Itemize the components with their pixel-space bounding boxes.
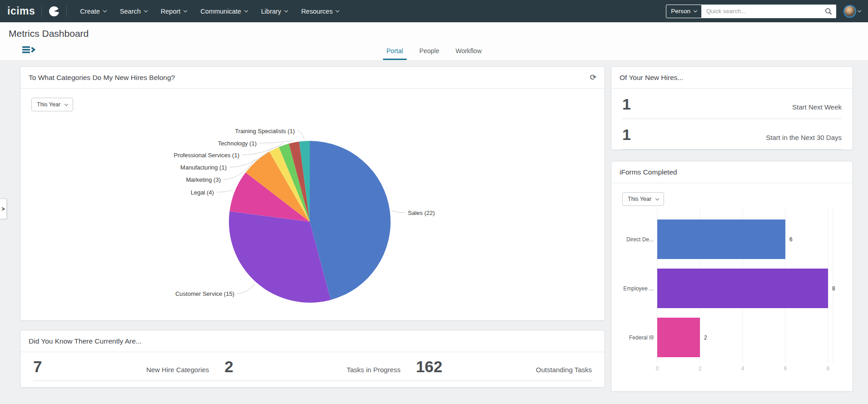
main-menu: Create Search Report Communicate Library… [73, 0, 346, 22]
stat-value: 1 [622, 127, 631, 142]
categories-panel: To What Categories Do My New Hires Belon… [20, 66, 605, 321]
bar-chart: 02468Direct De...6Employee ...8Federal I… [611, 183, 853, 391]
pie-label-legal: Legal (4) [191, 189, 214, 196]
pie-label-customer-service: Customer Service (15) [175, 290, 234, 297]
categories-period-value: This Year [37, 101, 60, 108]
chevron-down-icon [694, 8, 697, 12]
tab-people[interactable]: People [416, 47, 443, 60]
chevron-down-icon [336, 8, 339, 12]
pie-logo-icon[interactable] [48, 5, 60, 17]
did-you-know-panel: Did You Know There Currently Are... 7 Ne… [20, 330, 605, 388]
search-scope-label: Person [671, 8, 690, 15]
iforms-panel: iForms Completed This Year 02468Direct D… [611, 161, 853, 392]
stat-value: 162 [416, 359, 442, 374]
page-header: Metrics Dashboard Portal People Workflow [0, 22, 868, 60]
left-panel-expand-tab[interactable]: > [0, 199, 7, 219]
new-hires-body: 1 Start Next Week 1 Start in the Next 30… [611, 89, 853, 150]
bar-value-label: 2 [704, 334, 707, 341]
bar-category-label: Federal I9 [629, 334, 654, 341]
iforms-title: iForms Completed [620, 168, 677, 176]
refresh-icon[interactable]: ⟳ [590, 74, 596, 81]
left-column: To What Categories Do My New Hires Belon… [20, 66, 605, 388]
iforms-period-select[interactable]: This Year [622, 192, 664, 206]
bar-category-label: Employee ... [623, 285, 654, 292]
chevron-down-icon [144, 8, 148, 12]
avatar-chevron-icon[interactable] [858, 8, 861, 12]
bar-direct-de[interactable] [657, 219, 785, 259]
stat-tasks-in-progress: 2 Tasks in Progress [224, 359, 400, 374]
nav-menu-label: Create [80, 8, 100, 15]
pie-label-sales: Sales (22) [408, 209, 435, 216]
new-hires-panel: Of Your New Hires... 1 Start Next Week 1… [611, 66, 853, 150]
bar-value-label: 6 [789, 236, 793, 243]
nav-menu-label: Report [161, 8, 181, 15]
page-title: Metrics Dashboard [9, 28, 89, 39]
nav-menu-label: Communicate [200, 8, 241, 15]
stat-label: Outstanding Tasks [536, 366, 592, 374]
chevron-down-icon [244, 8, 248, 12]
dashboard-tabs: Portal People Workflow [383, 47, 485, 60]
stat-new-hire-categories: 7 New Hire Categories [33, 359, 209, 374]
did-you-know-header: Did You Know There Currently Are... [20, 330, 605, 352]
iforms-chart-area: This Year 02468Direct De...6Employee ...… [611, 183, 853, 391]
pie-chart: Sales (22)Customer Service (15)Legal (4)… [20, 89, 605, 320]
categories-panel-title: To What Categories Do My New Hires Belon… [29, 74, 175, 82]
top-nav: icims Create Search Report Communicate L… [0, 0, 868, 22]
nav-menu-search[interactable]: Search [113, 0, 154, 22]
search-icon[interactable] [825, 8, 832, 15]
stat-label: Start in the Next 30 Days [766, 134, 842, 141]
stat-value: 2 [224, 359, 233, 374]
tab-workflow[interactable]: Workflow [452, 47, 485, 60]
nav-right-group: Person [666, 5, 861, 18]
chevron-down-icon [655, 197, 659, 200]
bar-employee[interactable] [657, 269, 828, 308]
nav-divider [66, 5, 67, 17]
avatar[interactable] [843, 5, 856, 18]
quick-search-input[interactable] [702, 8, 825, 15]
pie-label-manufacturing: Manufacturing (1) [180, 164, 227, 171]
bar-value-label: 8 [832, 285, 835, 292]
stat-label: Tasks in Progress [347, 366, 400, 374]
stat-outstanding-tasks: 162 Outstanding Tasks [416, 359, 592, 374]
bar-federal-i9[interactable] [657, 318, 700, 357]
categories-chart-area: This Year Sales (22)Customer Service (15… [20, 89, 605, 320]
x-axis-tick-label: 4 [741, 365, 744, 372]
nav-menu-resources[interactable]: Resources [294, 0, 346, 22]
pie-label-leader-line [392, 211, 405, 213]
new-hires-row-next-week: 1 Start Next Week [622, 89, 842, 119]
nav-menu-library[interactable]: Library [254, 0, 294, 22]
pie-label-leader-line [298, 131, 304, 139]
x-axis-tick-label: 8 [827, 365, 830, 372]
chevron-down-icon [284, 8, 288, 12]
dashboard-content: To What Categories Do My New Hires Belon… [0, 60, 868, 392]
x-axis-tick-label: 6 [784, 365, 787, 372]
chevron-down-icon [184, 8, 187, 12]
did-you-know-body: 7 New Hire Categories 2 Tasks in Progres… [20, 352, 605, 387]
nav-menu-communicate[interactable]: Communicate [193, 0, 254, 22]
iforms-period-value: This Year [628, 196, 651, 202]
stat-label: Start Next Week [792, 103, 842, 111]
x-axis-tick-label: 0 [656, 365, 659, 372]
x-axis-tick-label: 2 [699, 365, 702, 372]
nav-menu-report[interactable]: Report [154, 0, 194, 22]
pie-label-professional-services: Professional Services (1) [174, 152, 240, 159]
pie-label-leader-line [237, 284, 255, 294]
menu-expand-icon[interactable] [22, 46, 35, 55]
chevron-down-icon [103, 8, 107, 12]
stat-label: New Hire Categories [146, 366, 209, 374]
new-hires-header: Of Your New Hires... [611, 67, 853, 89]
icims-logo[interactable]: icims [7, 6, 35, 16]
stat-value: 1 [622, 96, 631, 112]
categories-period-select[interactable]: This Year [31, 98, 73, 111]
nav-menu-create[interactable]: Create [73, 0, 113, 22]
nav-menu-label: Resources [301, 8, 332, 15]
tab-portal[interactable]: Portal [383, 47, 407, 60]
quick-search-box [702, 5, 836, 18]
new-hires-title: Of Your New Hires... [620, 74, 683, 82]
pie-label-leader-line [217, 190, 233, 192]
did-you-know-title: Did You Know There Currently Are... [29, 337, 142, 345]
right-column: Of Your New Hires... 1 Start Next Week 1… [611, 66, 853, 392]
nav-menu-label: Library [261, 8, 281, 15]
search-scope-dropdown[interactable]: Person [666, 5, 702, 18]
nav-menu-label: Search [120, 8, 141, 15]
